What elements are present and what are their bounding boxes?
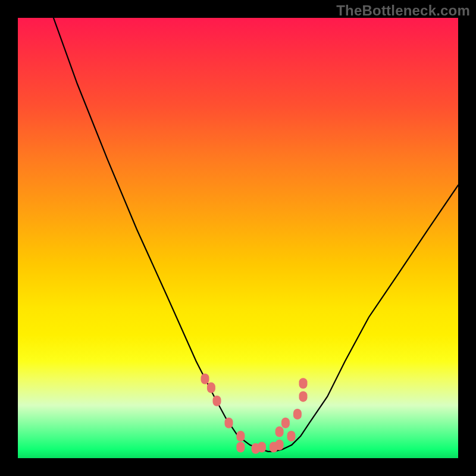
data-marker	[287, 431, 296, 441]
data-marker	[281, 418, 290, 428]
chart-plot-area	[18, 18, 458, 458]
data-marker	[270, 442, 278, 453]
data-markers	[201, 374, 308, 454]
data-marker	[299, 378, 308, 389]
data-marker	[293, 409, 302, 419]
data-marker	[236, 442, 245, 453]
data-marker	[201, 374, 209, 384]
data-marker	[275, 427, 284, 437]
data-marker	[213, 396, 221, 406]
chart-frame: TheBottleneck.com	[0, 0, 476, 476]
data-marker	[236, 431, 245, 441]
data-marker	[252, 443, 260, 454]
bottleneck-curve	[54, 18, 458, 452]
data-marker	[225, 418, 233, 428]
chart-svg	[18, 18, 458, 458]
data-marker	[299, 391, 308, 402]
data-marker	[207, 383, 215, 393]
watermark-text: TheBottleneck.com	[336, 2, 470, 19]
